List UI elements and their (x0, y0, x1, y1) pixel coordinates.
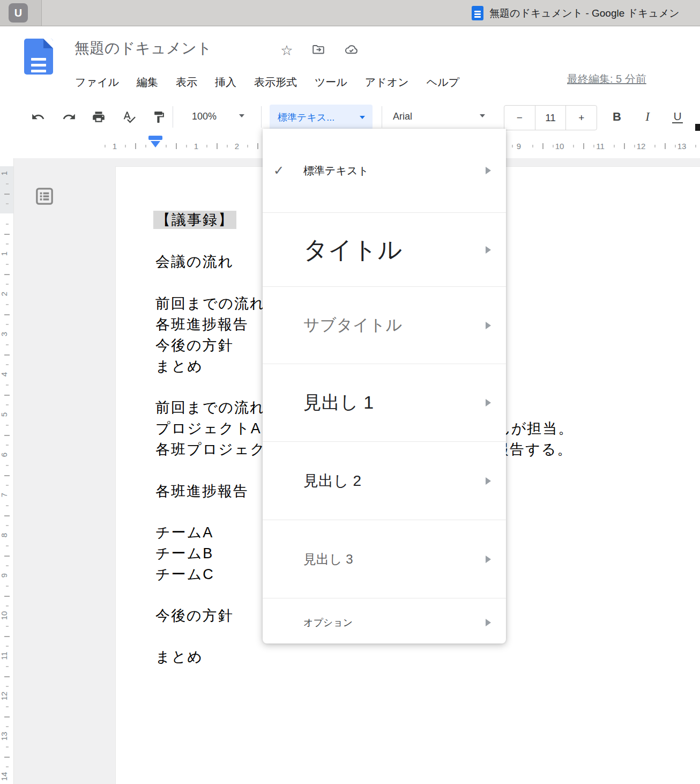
document-line[interactable]: 今後の方針 (155, 336, 234, 354)
submenu-arrow-icon (486, 322, 491, 329)
document-line[interactable]: 【議事録】 (153, 211, 236, 229)
style-option-label: サブタイトル (303, 314, 402, 336)
document-line[interactable]: 各班進捗報告 (155, 315, 249, 334)
document-line[interactable]: まとめ (155, 648, 203, 666)
document-line[interactable]: 前回までの流れ (155, 398, 266, 417)
style-option-options[interactable]: オプション (263, 598, 506, 647)
style-option-title[interactable]: タイトル (263, 213, 506, 287)
document-line[interactable]: 各班プロジェク (155, 440, 266, 458)
submenu-arrow-icon (486, 399, 491, 406)
document-line[interactable]: プロジェクトA (155, 419, 262, 438)
document-line[interactable]: 各班進捗報告 (155, 482, 249, 500)
style-option-label: 標準テキスト (303, 164, 369, 178)
style-option-label: 見出し 3 (303, 551, 353, 568)
submenu-arrow-icon (486, 477, 491, 485)
google-docs-window: U 無題のドキュメント - Google ドキュメン 無題のドキュメント ☆ (0, 0, 700, 784)
style-option-normal-text[interactable]: ✓標準テキスト (263, 129, 506, 213)
style-option-heading-1[interactable]: 見出し 1 (263, 364, 506, 442)
style-option-label: 見出し 2 (303, 471, 361, 491)
style-option-label: タイトル (303, 234, 402, 266)
style-option-subtitle[interactable]: サブタイトル (263, 287, 506, 364)
submenu-arrow-icon (486, 619, 491, 626)
document-line[interactable]: チームB (155, 544, 213, 563)
document-line[interactable]: チームA (155, 523, 213, 542)
document-line-fragment[interactable]: んが担当。 (495, 419, 574, 438)
document-line[interactable]: まとめ (155, 357, 203, 375)
style-option-heading-3[interactable]: 見出し 3 (263, 520, 506, 598)
style-option-label: 見出し 1 (303, 390, 374, 415)
submenu-arrow-icon (486, 556, 491, 563)
selected-text[interactable]: 【議事録】 (153, 211, 236, 229)
document-line[interactable]: 会議の流れ (155, 253, 234, 271)
check-icon: ✓ (273, 163, 284, 178)
submenu-arrow-icon (486, 167, 491, 174)
style-option-label: オプション (303, 616, 353, 629)
styles-dropdown-menu: ✓標準テキストタイトルサブタイトル見出し 1見出し 2見出し 3オプション (263, 129, 506, 644)
document-line[interactable]: チームC (155, 565, 214, 583)
style-option-heading-2[interactable]: 見出し 2 (263, 442, 506, 520)
submenu-arrow-icon (486, 246, 491, 254)
document-line[interactable]: 今後の方針 (155, 607, 234, 625)
document-line[interactable]: 前回までの流れ (155, 294, 266, 313)
